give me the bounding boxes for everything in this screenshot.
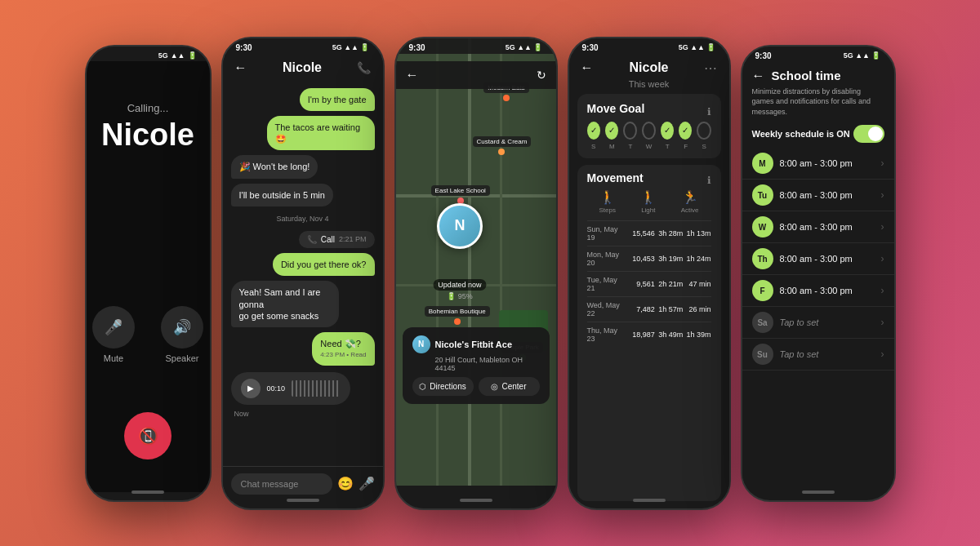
toggle-knob [868, 127, 883, 141]
wifi-icon-1: ▲▲ [171, 51, 185, 60]
directions-label: Directions [430, 382, 466, 391]
battery-icon-1: 🔋 [188, 51, 197, 60]
chat-messages: I'm by the gate The tacos are waiting 🤩 … [223, 82, 383, 466]
goal-circle-t1 [623, 122, 637, 140]
chat-input-bar: Chat message 😊 🎤 [223, 466, 383, 501]
status-time-3: 9:30 [409, 43, 425, 52]
call-text: Call [321, 235, 335, 244]
school-description: Minimize distractions by disabling games… [742, 87, 894, 122]
move-goal-card: Move Goal ℹ ✓ ✓ ✓ ✓ S M T W T [577, 94, 721, 158]
day-schedule-wednesday[interactable]: W 8:00 am - 3:00 pm › [742, 211, 894, 243]
home-indicator-2 [287, 499, 319, 502]
goal-circle-w [642, 122, 656, 140]
goal-circle-m: ✓ [605, 122, 618, 140]
map-pin-school: East Lake School [431, 185, 490, 204]
status-bar-1: 5G ▲▲ 🔋 [87, 47, 210, 61]
status-icons-1: 5G ▲▲ 🔋 [158, 51, 197, 60]
signal-5: 5G ▲▲ 🔋 [844, 51, 881, 60]
day-badge-m: M [752, 153, 773, 174]
message-bubble: Did you get there ok? [273, 253, 375, 276]
user-avatar: N [437, 203, 483, 249]
map-pin-custard: Custard & Cream [473, 136, 532, 155]
map-back-button[interactable]: ← [406, 68, 419, 82]
end-call-button[interactable]: 📵 [124, 412, 172, 459]
goal-circle-t2: ✓ [661, 122, 674, 140]
emoji-button[interactable]: 😊 [337, 476, 354, 491]
chevron-tu: › [881, 189, 884, 201]
status-icons-2: 5G ▲▲ 🔋 [332, 43, 370, 51]
message-bubble: Yeah! Sam and I are gonnago get some sna… [231, 281, 339, 327]
back-button[interactable]: ← [234, 60, 247, 75]
status-icons-3: 5G ▲▲ 🔋 [506, 43, 543, 51]
status-time-5: 9:30 [755, 51, 772, 60]
speaker-button[interactable]: 🔊 Speaker [161, 306, 203, 363]
school-back-button[interactable]: ← [752, 69, 765, 83]
movement-card: Movement ℹ 🚶 Steps 🚶 Light 🏃 Active [577, 165, 721, 501]
day-schedule-sunday[interactable]: Su Tap to set › [742, 339, 894, 371]
goal-circle-f: ✓ [679, 122, 692, 140]
movement-info[interactable]: ℹ [707, 175, 711, 186]
day-badge-tu: Tu [752, 184, 773, 206]
center-button[interactable]: ◎ Center [479, 377, 540, 396]
status-bar-2: 9:30 5G ▲▲ 🔋 [223, 38, 383, 54]
active-type: 🏃 Active [681, 189, 699, 214]
school-screen: ← School time Minimize distractions by d… [742, 62, 894, 493]
day-badge-f: F [752, 280, 773, 301]
play-button[interactable]: ▶ [241, 379, 261, 398]
mute-button[interactable]: 🎤 Mute [92, 306, 135, 363]
phone-call-button[interactable]: 📞 [357, 61, 371, 74]
calling-label: Calling... [127, 102, 169, 114]
day-time-sa: Tap to set [780, 317, 881, 327]
signal-4: 5G ▲▲ 🔋 [679, 43, 716, 51]
chat-header: ← Nicole 📞 [223, 54, 383, 82]
directions-button[interactable]: ⬡ Directions [412, 377, 474, 396]
user-location-marker: N [437, 203, 483, 249]
steps-icon: 🚶 [599, 189, 616, 205]
chevron-th: › [881, 253, 884, 264]
signal-2: 5G ▲▲ 🔋 [332, 43, 370, 51]
chat-screen: ← Nicole 📞 I'm by the gate The tacos are… [223, 54, 383, 501]
speaker-icon: 🔊 [161, 306, 203, 348]
day-schedule-saturday[interactable]: Sa Tap to set › [742, 307, 894, 339]
fitness-screen: ← Nicole ⋯ This week Move Goal ℹ ✓ ✓ ✓ ✓ [569, 54, 729, 501]
voice-button[interactable]: 🎤 [359, 476, 375, 491]
day-schedule-tuesday[interactable]: Tu 8:00 am - 3:00 pm › [742, 180, 894, 211]
fitness-row: Wed, May 22 7,482 1h 57m 26 min [587, 296, 711, 322]
schedule-toggle[interactable] [853, 125, 884, 143]
phone-chat: 9:30 5G ▲▲ 🔋 ← Nicole 📞 I'm by the gate … [221, 37, 385, 510]
status-time-2: 9:30 [236, 43, 252, 52]
message-bubble: The tacos are waiting 🤩 [267, 116, 375, 151]
location-avatar: N [412, 335, 430, 353]
status-bar-4: 9:30 5G ▲▲ 🔋 [569, 38, 729, 54]
day-time-w: 8:00 am - 3:00 pm [780, 222, 881, 232]
day-schedule-monday[interactable]: M 8:00 am - 3:00 pm › [742, 148, 894, 180]
chevron-sa: › [881, 317, 884, 328]
day-schedule-thursday[interactable]: Th 8:00 am - 3:00 pm › [742, 243, 894, 275]
end-call-icon: 📵 [138, 426, 158, 446]
status-bar-5: 9:30 5G ▲▲ 🔋 [742, 47, 894, 62]
location-info-card: N Nicole's Fitbit Ace 20 Hill Court, Mab… [403, 327, 550, 404]
school-header: ← School time [742, 62, 894, 87]
fitness-row: Thu, May 23 18,987 3h 49m 1h 39m [587, 322, 711, 347]
move-goal-info[interactable]: ℹ [707, 106, 711, 118]
light-icon: 🚶 [640, 189, 657, 205]
chevron-w: › [881, 221, 884, 233]
light-type: 🚶 Light [640, 189, 657, 214]
day-badge-su: Su [752, 344, 773, 365]
goal-circle-s2 [697, 122, 710, 140]
map-background: Modern Eats Custard & Cream East Lake Sc… [396, 38, 556, 486]
directions-icon: ⬡ [419, 382, 426, 391]
fitness-options[interactable]: ⋯ [704, 60, 717, 76]
map-action-buttons: ⬡ Directions ◎ Center [412, 377, 540, 396]
fitness-back-button[interactable]: ← [581, 60, 594, 75]
message-bubble: I'll be outside in 5 min [231, 184, 333, 206]
day-schedule-friday[interactable]: F 8:00 am - 3:00 pm › [742, 275, 894, 307]
audio-message[interactable]: ▶ 00:10 [231, 372, 351, 405]
chat-input[interactable]: Chat message [231, 473, 332, 495]
map-refresh-button[interactable]: ↻ [537, 69, 546, 82]
goal-circle-s1: ✓ [587, 122, 600, 140]
this-week-label: This week [569, 79, 729, 94]
status-bar-3: 9:30 5G ▲▲ 🔋 [396, 38, 556, 54]
phone-school: 9:30 5G ▲▲ 🔋 ← School time Minimize dist… [741, 45, 896, 502]
phone-fitness: 9:30 5G ▲▲ 🔋 ← Nicole ⋯ This week Move G… [568, 37, 731, 510]
